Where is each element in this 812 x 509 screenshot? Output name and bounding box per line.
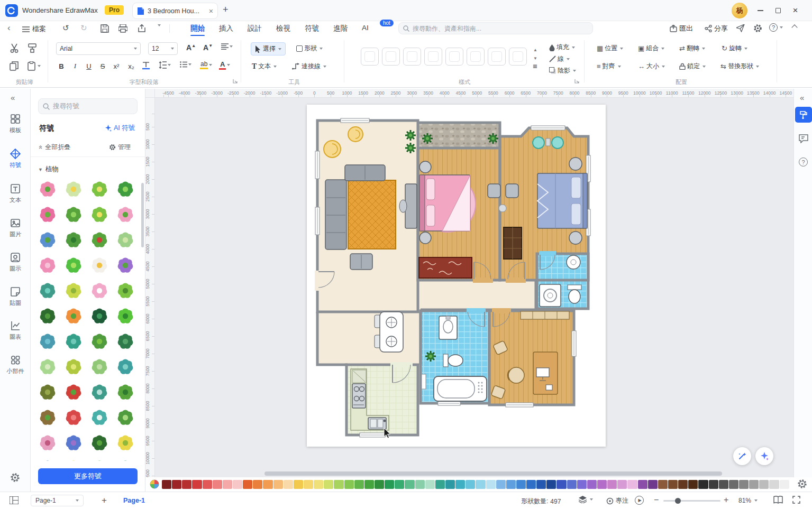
plant-symbol[interactable] <box>64 307 83 326</box>
flip-button[interactable]: ⇄翻轉 <box>679 44 705 53</box>
replace-shape-button[interactable]: ⇆替換形狀 <box>720 62 759 71</box>
color-swatch[interactable] <box>617 480 627 489</box>
color-swatch[interactable] <box>324 480 333 489</box>
underline-button[interactable]: U <box>83 60 95 72</box>
redo-icon[interactable]: ↻ <box>80 23 87 33</box>
color-swatch[interactable] <box>415 480 425 489</box>
plant-symbol[interactable] <box>116 256 135 275</box>
style-gallery-more-icon[interactable]: ▦ <box>533 63 537 69</box>
close-button[interactable]: × <box>787 0 804 21</box>
color-swatch[interactable] <box>425 480 435 489</box>
minimize-button[interactable] <box>752 0 769 21</box>
color-swatch[interactable] <box>334 480 343 489</box>
paste-icon[interactable] <box>28 61 41 71</box>
plant-symbol[interactable] <box>116 230 135 249</box>
plant-symbol[interactable] <box>90 357 109 376</box>
category-plants[interactable]: ▼ 植物 <box>38 165 59 174</box>
present-button[interactable]: ▶ <box>635 496 644 505</box>
color-swatch[interactable] <box>638 480 647 489</box>
send-icon[interactable] <box>736 24 745 32</box>
plant-symbol[interactable] <box>116 332 135 351</box>
plant-symbol[interactable] <box>38 332 57 351</box>
highlight-dropdown[interactable]: ab <box>200 60 212 69</box>
sidebar-item-pictures[interactable]: 圖片 <box>0 217 31 238</box>
color-swatch[interactable] <box>607 480 617 489</box>
plant-symbol[interactable] <box>38 307 57 326</box>
plant-symbol[interactable] <box>64 230 83 249</box>
color-swatch[interactable] <box>567 480 577 489</box>
text-tool-button[interactable]: T 文本 <box>252 62 277 71</box>
color-swatch[interactable] <box>213 480 222 489</box>
manage-button[interactable]: 管理 <box>109 143 131 152</box>
color-swatch[interactable] <box>698 480 708 489</box>
color-swatch[interactable] <box>546 480 556 489</box>
plant-symbol[interactable] <box>90 205 109 224</box>
tab-symbols[interactable]: 符號 <box>305 24 319 33</box>
char-spacing-icon[interactable] <box>142 61 150 70</box>
strip-settings-gear-icon[interactable] <box>797 479 807 489</box>
plant-symbol[interactable] <box>90 180 109 199</box>
color-swatch[interactable] <box>678 480 688 489</box>
toolbar-more-caret[interactable] <box>157 26 161 34</box>
plant-symbol[interactable] <box>90 281 109 300</box>
lock-button[interactable]: 鎖定 <box>679 62 706 71</box>
font-family-select[interactable]: Arial <box>56 42 141 55</box>
maximize-button[interactable] <box>769 0 787 21</box>
style-gallery-down-icon[interactable]: ▼ <box>533 56 537 61</box>
user-avatar[interactable]: 杨 <box>732 3 747 18</box>
color-swatch[interactable] <box>506 480 516 489</box>
plant-symbol[interactable] <box>64 281 83 300</box>
plant-symbol[interactable] <box>116 433 135 452</box>
color-swatch[interactable] <box>395 480 404 489</box>
help-circle-icon[interactable]: ? <box>799 158 808 166</box>
style-preset[interactable] <box>488 48 506 66</box>
strikethrough-button[interactable]: S <box>96 60 109 72</box>
symbol-search[interactable] <box>38 98 138 114</box>
style-preset[interactable] <box>509 48 527 66</box>
zoom-in-button[interactable]: + <box>724 495 728 505</box>
new-tab-button[interactable]: + <box>223 4 229 15</box>
plant-symbol[interactable] <box>116 307 135 326</box>
color-swatch[interactable] <box>496 480 506 489</box>
ai-magic-button[interactable] <box>755 447 773 465</box>
plant-symbol[interactable] <box>38 230 57 249</box>
format-tool-active[interactable] <box>795 107 812 123</box>
color-swatch[interactable] <box>435 480 445 489</box>
plant-symbol[interactable] <box>64 408 83 427</box>
reading-view-icon[interactable] <box>773 496 783 504</box>
plant-symbol[interactable] <box>116 205 135 224</box>
color-swatch[interactable] <box>516 480 526 489</box>
plant-symbol[interactable] <box>116 180 135 199</box>
bullet-list-dropdown[interactable] <box>180 61 191 68</box>
panel-scrollbar[interactable] <box>141 183 144 247</box>
plant-symbol[interactable] <box>38 180 57 199</box>
sidebar-item-text[interactable]: 文本 <box>0 183 31 204</box>
color-swatch[interactable] <box>587 480 597 489</box>
color-swatch[interactable] <box>658 480 668 489</box>
sidebar-item-stickers[interactable]: 貼圖 <box>0 286 31 307</box>
canvas-area[interactable]: -4500-4000-3500-3000-2500-2000-1500-1000… <box>145 89 793 477</box>
plant-symbol[interactable] <box>64 459 83 461</box>
shape-tool-button[interactable]: 形狀 <box>296 44 323 53</box>
tab-design[interactable]: 設計 <box>248 24 262 33</box>
collapse-ribbon-icon[interactable] <box>792 25 797 30</box>
color-swatch[interactable] <box>668 480 678 489</box>
superscript-button[interactable]: x² <box>110 60 123 72</box>
color-swatch[interactable] <box>284 480 293 489</box>
style-dialog-launcher-icon[interactable] <box>574 79 579 84</box>
style-preset[interactable] <box>361 48 379 66</box>
plant-symbol[interactable] <box>90 307 109 326</box>
style-preset[interactable] <box>382 48 400 66</box>
color-swatch[interactable] <box>243 480 252 489</box>
plant-symbol[interactable] <box>64 383 83 402</box>
increase-font-icon[interactable]: A▲ <box>186 43 196 52</box>
color-swatch[interactable] <box>162 480 171 489</box>
italic-button[interactable]: I <box>69 60 81 72</box>
color-swatch[interactable] <box>182 480 191 489</box>
page-selector[interactable]: Page-1 <box>31 495 84 506</box>
zoom-out-button[interactable]: − <box>654 495 659 505</box>
color-swatch[interactable] <box>203 480 212 489</box>
plant-symbol[interactable] <box>90 256 109 275</box>
plant-symbol[interactable] <box>38 408 57 427</box>
color-swatch[interactable] <box>627 480 637 489</box>
